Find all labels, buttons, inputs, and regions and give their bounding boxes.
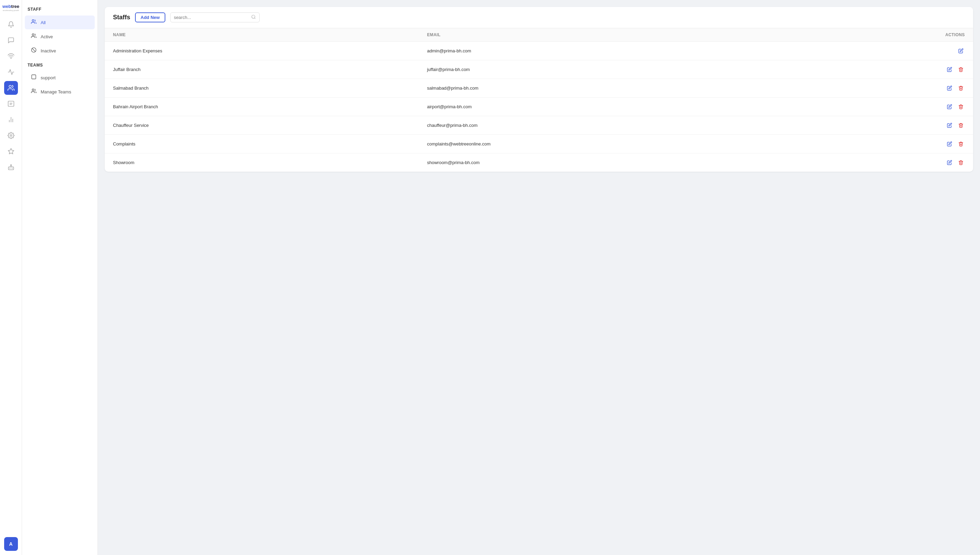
all-icon — [30, 19, 37, 26]
delete-button[interactable] — [957, 140, 965, 148]
main-content: Staffs Add New Name Email Actions Admini… — [98, 0, 980, 555]
inactive-icon — [30, 47, 37, 54]
svg-line-20 — [254, 18, 255, 19]
svg-point-0 — [11, 58, 11, 59]
nav-contacts-icon[interactable] — [4, 97, 18, 111]
page-title: Staffs — [113, 14, 130, 21]
sidebar-manage-teams-label: Manage Teams — [41, 89, 71, 95]
cell-actions — [801, 98, 973, 116]
add-new-button[interactable]: Add New — [135, 13, 165, 22]
active-icon — [30, 33, 37, 40]
svg-point-19 — [251, 15, 254, 18]
table-row: Showroomshowroom@prima-bh.com — [105, 153, 973, 172]
col-email-header: Email — [419, 28, 801, 42]
cell-name: Showroom — [105, 153, 419, 172]
cell-email: juffair@prima-bh.com — [419, 60, 801, 79]
svg-line-16 — [32, 48, 35, 51]
table-row: Juffair Branchjuffair@prima-bh.com — [105, 60, 973, 79]
svg-rect-8 — [8, 167, 13, 170]
cell-email: admin@prima-bh.com — [419, 42, 801, 60]
table-row: Chauffeur Servicechauffeur@prima-bh.com — [105, 116, 973, 135]
manage-teams-icon — [30, 88, 37, 95]
cell-actions — [801, 42, 973, 60]
table-row: Salmabad Branchsalmabad@prima-bh.com — [105, 79, 973, 98]
staff-section-title: STAFF — [22, 7, 98, 15]
table-row: Administration Expensesadmin@prima-bh.co… — [105, 42, 973, 60]
table-row: Complaintscomplaints@webtreeonline.com — [105, 135, 973, 153]
nav-reports-icon[interactable] — [4, 113, 18, 127]
cell-email: showroom@prima-bh.com — [419, 153, 801, 172]
edit-button[interactable] — [946, 159, 953, 167]
staff-sidebar: STAFF All Active Inactive Teams support … — [22, 0, 98, 555]
cell-email: airport@prima-bh.com — [419, 98, 801, 116]
sidebar-item-inactive[interactable]: Inactive — [25, 44, 95, 58]
col-name-header: Name — [105, 28, 419, 42]
cell-name: Administration Expenses — [105, 42, 419, 60]
table-row: Bahrain Airport Branchairport@prima-bh.c… — [105, 98, 973, 116]
cell-name: Bahrain Airport Branch — [105, 98, 419, 116]
svg-point-1 — [9, 85, 11, 88]
svg-marker-7 — [8, 149, 14, 154]
sidebar-all-label: All — [41, 20, 45, 25]
user-avatar[interactable]: A — [4, 537, 18, 551]
cell-actions — [801, 153, 973, 172]
nav-chat-icon[interactable] — [4, 34, 18, 47]
nav-bot-icon[interactable] — [4, 160, 18, 174]
cell-email: complaints@webtreeonline.com — [419, 135, 801, 153]
svg-rect-2 — [8, 101, 14, 106]
search-input[interactable] — [174, 15, 249, 20]
sidebar-active-label: Active — [41, 34, 53, 39]
card-header: Staffs Add New — [105, 7, 973, 28]
sidebar-support-label: support — [41, 75, 56, 80]
cell-actions — [801, 135, 973, 153]
edit-button[interactable] — [946, 84, 953, 92]
edit-button[interactable] — [946, 140, 953, 148]
cell-name: Salmabad Branch — [105, 79, 419, 98]
staffs-card: Staffs Add New Name Email Actions Admini… — [105, 7, 973, 172]
delete-button[interactable] — [957, 66, 965, 74]
sidebar-item-active[interactable]: Active — [25, 30, 95, 43]
sidebar-item-manage-teams[interactable]: Manage Teams — [25, 85, 95, 99]
svg-point-6 — [10, 135, 12, 136]
sidebar-item-support[interactable]: support — [25, 71, 95, 85]
team-icon — [30, 74, 37, 81]
cell-name: Chauffeur Service — [105, 116, 419, 135]
nav-signal-icon[interactable] — [4, 49, 18, 63]
delete-button[interactable] — [957, 103, 965, 111]
edit-button[interactable] — [946, 103, 953, 111]
logo: webtree accelerating growth — [2, 4, 19, 11]
delete-button[interactable] — [957, 121, 965, 129]
edit-button[interactable] — [946, 121, 953, 129]
icon-sidebar: webtree accelerating growth A — [0, 0, 22, 555]
col-actions-header: Actions — [801, 28, 973, 42]
cell-actions — [801, 116, 973, 135]
cell-name: Juffair Branch — [105, 60, 419, 79]
sidebar-item-all[interactable]: All — [25, 16, 95, 29]
search-icon — [251, 14, 256, 20]
sidebar-inactive-label: Inactive — [41, 48, 56, 53]
staffs-table: Name Email Actions Administration Expens… — [105, 28, 973, 172]
cell-actions — [801, 79, 973, 98]
edit-button[interactable] — [957, 47, 965, 55]
svg-point-13 — [32, 20, 34, 21]
logo-sub: accelerating growth — [3, 9, 19, 11]
nav-tags-icon[interactable] — [4, 144, 18, 158]
nav-staff-icon[interactable] — [4, 81, 18, 95]
nav-notifications-icon[interactable] — [4, 18, 18, 31]
cell-email: salmabad@prima-bh.com — [419, 79, 801, 98]
edit-button[interactable] — [946, 66, 953, 74]
cell-email: chauffeur@prima-bh.com — [419, 116, 801, 135]
teams-section-title: Teams — [22, 58, 98, 70]
cell-actions — [801, 60, 973, 79]
svg-rect-17 — [32, 75, 36, 79]
cell-name: Complaints — [105, 135, 419, 153]
svg-point-14 — [32, 34, 34, 35]
nav-settings-icon[interactable] — [4, 128, 18, 142]
delete-button[interactable] — [957, 159, 965, 167]
search-wrap — [170, 13, 260, 22]
svg-point-18 — [32, 89, 34, 91]
delete-button[interactable] — [957, 84, 965, 92]
nav-analytics-icon[interactable] — [4, 65, 18, 79]
